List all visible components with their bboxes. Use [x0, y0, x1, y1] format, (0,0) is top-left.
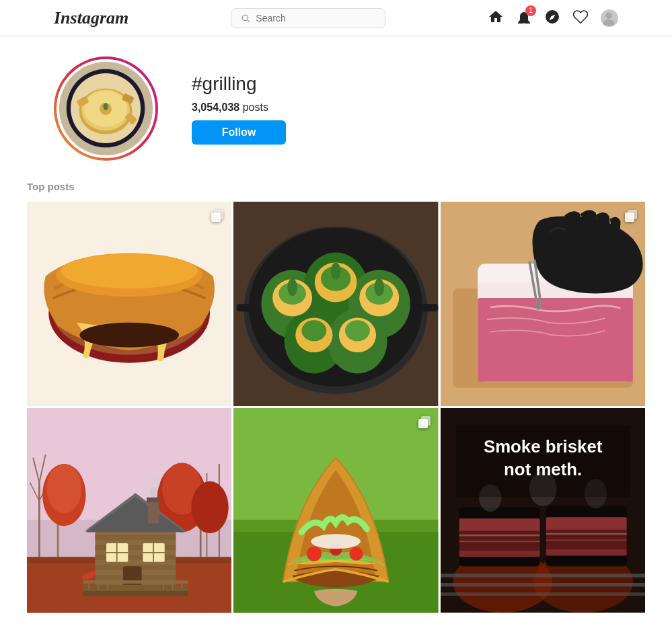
svg-rect-119 — [459, 508, 539, 520]
svg-rect-129 — [546, 518, 626, 531]
multi-post-icon-5 — [417, 415, 432, 430]
svg-point-40 — [302, 320, 327, 341]
svg-rect-56 — [628, 210, 637, 219]
multi-post-icon-1 — [210, 208, 225, 223]
profile-avatar[interactable] — [601, 9, 618, 27]
svg-point-88 — [151, 477, 161, 489]
multi-post-icon-3 — [624, 208, 638, 223]
svg-point-41 — [345, 320, 370, 341]
svg-text:Smoke brisket: Smoke brisket — [484, 438, 603, 457]
svg-point-44 — [375, 278, 385, 296]
notifications-icon[interactable]: 1 — [516, 9, 532, 28]
svg-point-42 — [288, 278, 298, 296]
post-item-3[interactable] — [441, 202, 645, 406]
post-item-1[interactable] — [27, 202, 231, 406]
svg-point-69 — [47, 464, 82, 514]
post-count: 3,054,038 posts — [192, 102, 286, 114]
avatar-image — [601, 9, 618, 27]
posts-grid: Smoke brisket not meth. — [13, 202, 659, 613]
search-bar[interactable] — [231, 8, 385, 28]
nav-icons: 1 — [488, 9, 618, 28]
svg-rect-95 — [123, 567, 142, 588]
svg-rect-23 — [214, 210, 223, 219]
svg-rect-46 — [237, 304, 252, 311]
explore-icon[interactable] — [544, 9, 560, 28]
svg-rect-121 — [459, 519, 539, 532]
notification-badge: 1 — [525, 5, 536, 16]
svg-rect-78 — [95, 535, 176, 540]
svg-point-11 — [103, 103, 108, 110]
heart-icon[interactable] — [572, 9, 589, 28]
hashtag-title: #grilling — [192, 73, 286, 95]
home-icon[interactable] — [488, 9, 504, 28]
hashtag-avatar — [57, 59, 155, 158]
search-icon — [241, 13, 250, 24]
profile-info: #grilling 3,054,038 posts Follow — [192, 73, 286, 145]
post-item-2[interactable] — [233, 202, 438, 406]
posts-section: Top posts — [0, 181, 672, 627]
svg-rect-85 — [148, 500, 159, 524]
post-item-6[interactable]: Smoke brisket not meth. — [441, 408, 645, 613]
svg-point-3 — [603, 19, 615, 25]
profile-section: #grilling 3,054,038 posts Follow — [0, 36, 672, 181]
instagram-logo[interactable]: Instagram — [54, 8, 128, 28]
post-item-4[interactable] — [27, 408, 231, 613]
svg-text:not meth.: not meth. — [504, 460, 582, 479]
svg-line-1 — [248, 19, 250, 22]
svg-point-2 — [605, 12, 611, 18]
svg-rect-113 — [421, 416, 431, 426]
svg-point-21 — [79, 323, 179, 348]
svg-point-111 — [311, 535, 361, 549]
search-input[interactable] — [256, 13, 375, 24]
svg-point-0 — [242, 15, 248, 20]
svg-point-20 — [61, 253, 198, 288]
svg-point-72 — [191, 481, 228, 533]
section-label: Top posts — [27, 181, 645, 192]
svg-rect-97 — [83, 591, 188, 596]
svg-rect-127 — [546, 506, 626, 518]
svg-point-108 — [307, 547, 322, 561]
svg-point-110 — [350, 547, 363, 561]
hashtag-avatar-ring — [54, 56, 158, 161]
post-count-number: 3,054,038 — [192, 102, 239, 113]
follow-button[interactable]: Follow — [192, 120, 286, 145]
svg-rect-86 — [147, 498, 160, 502]
post-item-5[interactable] — [233, 408, 438, 613]
svg-rect-45 — [414, 304, 439, 311]
main-nav: Instagram 1 — [0, 0, 672, 36]
svg-point-43 — [331, 262, 341, 280]
